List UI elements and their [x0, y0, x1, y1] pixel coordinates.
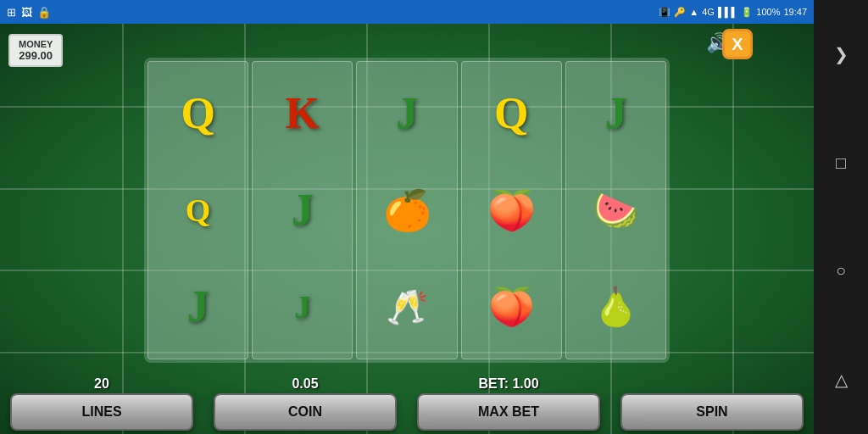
image-icon: 🖼	[21, 6, 32, 19]
coin-control: 0.05 COIN	[203, 359, 407, 434]
reel-5-row-3: 🍐	[568, 273, 664, 341]
lines-control: 20 LINES	[0, 359, 203, 434]
reel-1-row-3: J	[150, 273, 246, 341]
reel-4: Q 🍑 🍑	[461, 61, 562, 359]
reel-5-row-2: 🍉	[568, 176, 664, 244]
signal-vibrate-icon: 📳	[659, 7, 670, 18]
lines-button[interactable]: LINES	[10, 393, 193, 431]
money-label: MONEY	[19, 39, 53, 49]
reel-3-row-3: 🥂	[359, 273, 454, 341]
reel-4-row-3: 🍑	[464, 273, 559, 341]
reel-2-row-3: J	[254, 273, 350, 341]
lock-icon: 🔒	[37, 6, 51, 19]
network-4g: 4G	[702, 7, 715, 17]
casino-background: MONEY 299.00 🔊 X Q Q J K J	[0, 24, 814, 434]
spin-control: SPIN	[610, 359, 814, 434]
reel-1: Q Q J	[147, 61, 248, 359]
chevron-right-icon[interactable]: ❯	[834, 44, 849, 64]
close-button[interactable]: X	[722, 29, 753, 59]
nav-bar: ❯ □ ○ △	[814, 0, 868, 434]
reel-2-row-1: K	[254, 80, 350, 147]
clock: 19:47	[783, 7, 807, 17]
signal-bars: ▌▌▌	[718, 7, 737, 17]
reel-2: K J J	[252, 61, 353, 359]
screenshot-icon: ⊞	[7, 6, 16, 19]
money-value: 299.00	[19, 49, 53, 62]
triangle-icon[interactable]: △	[835, 370, 848, 390]
bet-value: BET: 1.00	[478, 376, 538, 392]
circle-icon[interactable]: ○	[836, 261, 846, 281]
reel-4-row-1: Q	[464, 80, 559, 147]
reel-1-row-2: Q	[150, 176, 246, 244]
battery-icon: 🔋	[741, 7, 753, 18]
maxbet-control: BET: 1.00 MAX BET	[407, 359, 610, 434]
coin-button[interactable]: COIN	[214, 393, 397, 431]
reel-3-row-2: 🍊	[359, 176, 454, 244]
status-bar: ⊞ 🖼 🔒 📳 🔑 ▲ 4G ▌▌▌ 🔋 100% 19:47	[0, 0, 814, 24]
reel-3-row-1: J	[359, 80, 454, 147]
maxbet-button[interactable]: MAX BET	[417, 393, 600, 431]
reel-5: J 🍉 🍐	[565, 61, 666, 359]
spin-placeholder	[710, 376, 714, 392]
reel-2-row-2: J	[254, 176, 350, 244]
wifi-icon: ▲	[689, 7, 698, 17]
spin-button[interactable]: SPIN	[620, 393, 804, 431]
lines-value: 20	[94, 376, 109, 392]
reel-1-row-1: Q	[150, 80, 246, 147]
controls-bar: 20 LINES 0.05 COIN BET: 1.00 MAX BET SPI…	[0, 359, 814, 434]
square-icon[interactable]: □	[836, 153, 846, 173]
reel-4-row-2: 🍑	[464, 176, 559, 244]
key-icon: 🔑	[674, 7, 686, 18]
battery-percent: 100%	[756, 7, 780, 17]
reel-5-row-1: J	[568, 80, 664, 147]
reel-3: J 🍊 🥂	[356, 61, 457, 359]
slot-machine: Q Q J K J J J 🍊	[144, 58, 670, 363]
money-display: MONEY 299.00	[8, 34, 63, 67]
coin-value: 0.05	[292, 376, 318, 392]
